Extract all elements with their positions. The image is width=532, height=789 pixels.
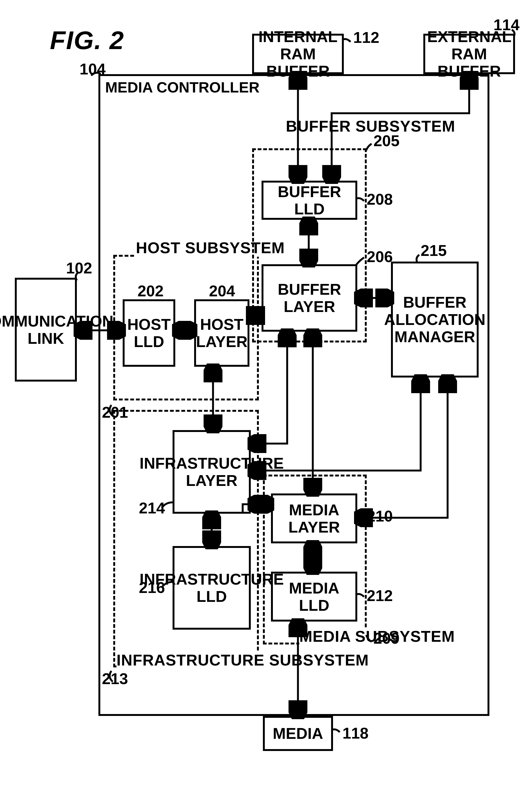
buffer-layer-label: BUFFER LAYER bbox=[266, 281, 353, 315]
media-lld-label: MEDIA LLD bbox=[276, 579, 353, 614]
ref-202: 202 bbox=[137, 282, 164, 300]
media-layer-box: MEDIA LAYER bbox=[271, 494, 357, 543]
external-ram-buffer-box: EXTERNAL RAM BUFFER bbox=[423, 34, 515, 74]
buffer-lld-box: BUFFER LLD bbox=[262, 181, 357, 220]
ref-114: 114 bbox=[493, 16, 519, 34]
infra-layer-box: INFRASTRUCTURE LAYER bbox=[173, 430, 251, 514]
ref-205: 205 bbox=[374, 132, 400, 150]
media-label: MEDIA bbox=[273, 725, 323, 742]
ref-213: 213 bbox=[102, 670, 128, 688]
communication-link-label: COMMUNICATION LINK bbox=[0, 312, 114, 347]
ref-212: 212 bbox=[367, 586, 393, 604]
host-layer-box: HOST LAYER bbox=[194, 299, 249, 367]
ref-214: 214 bbox=[139, 499, 165, 517]
ref-208: 208 bbox=[367, 190, 393, 208]
internal-ram-buffer-label: INTERNAL RAM BUFFER bbox=[257, 28, 339, 80]
ref-216: 216 bbox=[139, 578, 165, 596]
ref-204: 204 bbox=[209, 282, 235, 300]
internal-ram-buffer-box: INTERNAL RAM BUFFER bbox=[252, 34, 344, 74]
external-ram-buffer-label: EXTERNAL RAM BUFFER bbox=[427, 28, 511, 80]
media-controller-label: MEDIA CONTROLLER bbox=[105, 79, 260, 96]
infra-layer-label: INFRASTRUCTURE LAYER bbox=[140, 455, 284, 489]
media-box: MEDIA bbox=[263, 716, 333, 751]
host-layer-label: HOST LAYER bbox=[196, 316, 248, 350]
buffer-alloc-manager-label: BUFFER ALLOCATION MANAGER bbox=[384, 294, 486, 345]
ref-102: 102 bbox=[66, 259, 92, 277]
ref-112: 112 bbox=[353, 28, 379, 46]
ref-209: 209 bbox=[374, 629, 400, 647]
buffer-layer-box: BUFFER LAYER bbox=[262, 264, 357, 332]
host-lld-label: HOST LLD bbox=[127, 316, 171, 350]
media-lld-box: MEDIA LLD bbox=[271, 572, 357, 621]
host-lld-box: HOST LLD bbox=[123, 299, 175, 367]
buffer-alloc-manager-box: BUFFER ALLOCATION MANAGER bbox=[391, 262, 479, 378]
communication-link-box: COMMUNICATION LINK bbox=[15, 278, 77, 382]
buffer-lld-label: BUFFER LLD bbox=[266, 183, 353, 218]
media-layer-label: MEDIA LAYER bbox=[276, 501, 353, 536]
infra-subsystem-label: INFRASTRUCTURE SUBSYSTEM bbox=[116, 652, 369, 669]
ref-210: 210 bbox=[367, 507, 393, 525]
diagram-page: FIG. 2 MEDIA CONTROLLER COMMUNICATION LI… bbox=[0, 0, 532, 789]
figure-title: FIG. 2 bbox=[50, 26, 124, 55]
buffer-subsystem-label: BUFFER SUBSYSTEM bbox=[286, 118, 455, 135]
infra-lld-box: INFRASTRUCTURE LLD bbox=[173, 546, 251, 630]
ref-104: 104 bbox=[79, 60, 106, 78]
ref-118: 118 bbox=[342, 724, 368, 742]
ref-206: 206 bbox=[367, 248, 393, 266]
ref-201: 201 bbox=[102, 403, 128, 421]
ref-215: 215 bbox=[421, 241, 447, 259]
